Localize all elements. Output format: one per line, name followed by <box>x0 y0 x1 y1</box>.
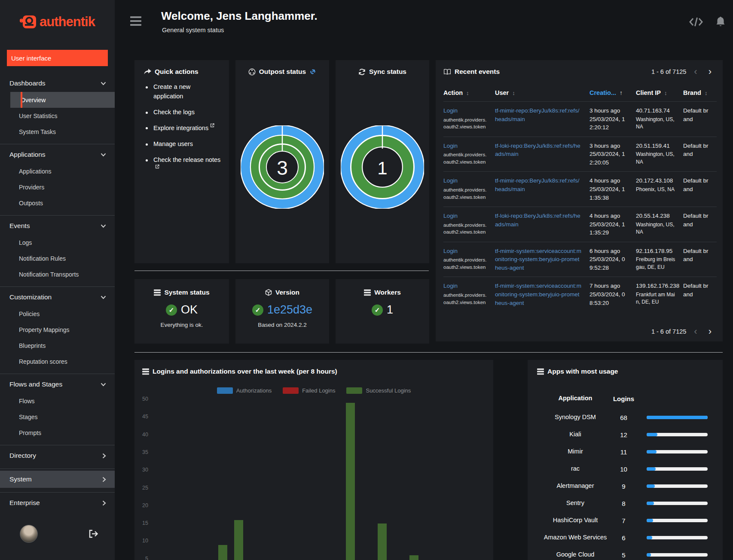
app-usage-bar-cell <box>640 502 708 505</box>
event-user-link[interactable]: tf-mimir-system:serviceaccount:monitorin… <box>495 247 583 272</box>
pagination-next-icon[interactable]: › <box>705 327 715 336</box>
event-user-link[interactable]: tf-mimir-repo:BeryJu/k8s:ref:refs/heads/… <box>495 107 583 123</box>
sidebar-item-outposts[interactable]: Outposts <box>0 195 115 211</box>
quick-action-link[interactable]: Explore integrations <box>153 125 208 131</box>
column-header-user[interactable]: User↕ <box>495 89 589 96</box>
event-brand-cell: Default brand <box>683 212 717 237</box>
event-action-link[interactable]: Login <box>443 107 458 115</box>
sidebar-item-events[interactable]: Events <box>0 217 115 234</box>
quick-actions-card: Quick actions Create a new applicationCh… <box>134 60 229 263</box>
event-brand: Default brand <box>683 107 710 123</box>
column-header-brand[interactable]: Brand↕ <box>683 89 717 96</box>
sidebar-section-label: Flows and Stages <box>9 380 62 388</box>
sort-icon[interactable]: ↕ <box>466 90 469 96</box>
column-header-creatio-[interactable]: Creatio...↑ <box>589 89 636 96</box>
apps-usage-row: Google Cloud5 <box>543 546 708 560</box>
system-status-value: OK <box>181 303 198 317</box>
apps-usage-row: Amazon Web Services6 <box>543 529 708 546</box>
pagination-range: 1 - 6 of 7125 <box>651 68 686 75</box>
sidebar-item-providers[interactable]: Providers <box>0 179 115 195</box>
sidebar-item-notification-transports[interactable]: Notification Transports <box>0 266 115 282</box>
sidebar-item-applications[interactable]: Applications <box>0 163 115 179</box>
app-usage-bar-fill <box>647 519 653 522</box>
event-action-link[interactable]: Login <box>443 177 458 185</box>
y-axis-tick: 50 <box>135 396 148 402</box>
quick-action-item: Explore integrations <box>145 123 221 133</box>
hamburger-menu-icon[interactable] <box>130 16 141 26</box>
pagination-next-icon[interactable]: › <box>705 67 715 76</box>
event-user-link[interactable]: tf-loki-repo:BeryJu/k8s:ref:refs/heads/m… <box>495 142 583 158</box>
column-header-label: Client IP <box>636 89 661 96</box>
column-header-action[interactable]: Action↕ <box>443 89 495 96</box>
event-action-link[interactable]: Login <box>443 247 458 256</box>
event-ip-cell: 20.51.159.41Washington, US, NA <box>636 142 683 167</box>
app-usage-bar-track <box>647 553 708 557</box>
sidebar-item-user-statistics[interactable]: User Statistics <box>0 108 115 124</box>
quick-action-link[interactable]: Manage users <box>153 140 193 147</box>
app-name: Amazon Web Services <box>543 531 608 544</box>
app-usage-bar-cell <box>640 536 708 539</box>
version-title: Version <box>275 289 299 296</box>
sort-asc-icon[interactable]: ↑ <box>620 89 623 96</box>
version-value-link[interactable]: 1e25d3e <box>267 303 312 317</box>
workers-title: Workers <box>374 289 401 296</box>
sidebar-item-policies[interactable]: Policies <box>0 306 115 322</box>
outpost-icon <box>248 68 256 76</box>
event-action-link[interactable]: Login <box>443 282 458 290</box>
sort-icon[interactable]: ↕ <box>705 90 708 96</box>
y-axis-tick: 20 <box>135 502 148 508</box>
event-user-link[interactable]: tf-mimir-system:serviceaccount:monitorin… <box>495 282 583 307</box>
app-usage-bar-track <box>647 433 708 436</box>
event-time-cell: 4 hours ago25/03/2024, 11:35:38 <box>589 177 636 202</box>
pagination-prev-icon[interactable]: ‹ <box>690 67 700 76</box>
column-header-client-ip[interactable]: Client IP↕ <box>636 89 683 96</box>
sidebar-item-system[interactable]: System <box>0 471 115 488</box>
sort-icon[interactable]: ↕ <box>512 90 515 96</box>
outpost-link-icon[interactable] <box>309 68 316 75</box>
svg-text:1: 1 <box>377 158 387 178</box>
app-usage-bar-cell <box>640 433 708 436</box>
sidebar-item-applications[interactable]: Applications <box>0 146 115 163</box>
share-arrow-icon <box>144 69 151 75</box>
event-action-link[interactable]: Login <box>443 142 458 150</box>
sidebar-item-stages[interactable]: Stages <box>0 409 115 425</box>
sort-icon[interactable]: ↕ <box>664 90 667 96</box>
event-user-cell: tf-mimir-repo:BeryJu/k8s:ref:refs/heads/… <box>495 177 589 202</box>
sidebar-item-customization[interactable]: Customization <box>0 289 115 306</box>
sidebar-item-flows-and-stages[interactable]: Flows and Stages <box>0 376 115 393</box>
event-action-context: authentik.providers.oauth2.views.token <box>443 292 488 306</box>
chart-slot <box>215 545 231 560</box>
sidebar-item-system-tasks[interactable]: System Tasks <box>0 124 115 140</box>
quick-action-link[interactable]: Check the release notes <box>153 156 220 163</box>
api-code-icon[interactable] <box>689 16 703 29</box>
user-interface-button[interactable]: User interface <box>7 50 108 66</box>
logout-icon[interactable] <box>88 529 98 539</box>
sidebar-item-reputation-scores[interactable]: Reputation scores <box>0 353 115 369</box>
quick-action-link[interactable]: Check the logs <box>153 109 195 116</box>
apps-table-header: ApplicationLogins <box>543 390 708 407</box>
sidebar-item-overview[interactable]: Overview <box>10 92 115 108</box>
sidebar-item-enterprise[interactable]: Enterprise <box>0 494 115 511</box>
quick-action-link[interactable]: Create a new application <box>153 83 190 100</box>
event-user-cell: tf-mimir-system:serviceaccount:monitorin… <box>495 247 589 272</box>
event-action-link[interactable]: Login <box>443 212 458 220</box>
avatar[interactable] <box>20 525 38 543</box>
notification-bell-icon[interactable] <box>715 16 726 29</box>
sidebar-item-dashboards[interactable]: Dashboards <box>0 75 115 92</box>
sidebar-item-prompts[interactable]: Prompts <box>0 425 115 441</box>
quick-action-item: Check the logs <box>145 108 221 117</box>
sidebar-item-notification-rules[interactable]: Notification Rules <box>0 250 115 266</box>
sidebar-item-property-mappings[interactable]: Property Mappings <box>0 322 115 338</box>
sidebar-item-blueprints[interactable]: Blueprints <box>0 338 115 353</box>
sidebar-item-flows[interactable]: Flows <box>0 393 115 409</box>
app-usage-bar-fill <box>647 502 654 505</box>
event-user-link[interactable]: tf-loki-repo:BeryJu/k8s:ref:refs/heads/m… <box>495 212 583 228</box>
quick-action-item: Check the release notes <box>145 155 221 174</box>
sidebar-item-directory[interactable]: Directory <box>0 447 115 464</box>
event-user-link[interactable]: tf-mimir-repo:BeryJu/k8s:ref:refs/heads/… <box>495 177 583 193</box>
pagination-prev-icon[interactable]: ‹ <box>690 327 700 336</box>
sidebar-item-logs[interactable]: Logs <box>0 234 115 250</box>
y-axis-tick: 25 <box>135 485 148 491</box>
event-brand-cell: Default brand <box>683 282 717 307</box>
sidebar-section-customization: CustomizationPoliciesProperty MappingsBl… <box>0 286 115 374</box>
